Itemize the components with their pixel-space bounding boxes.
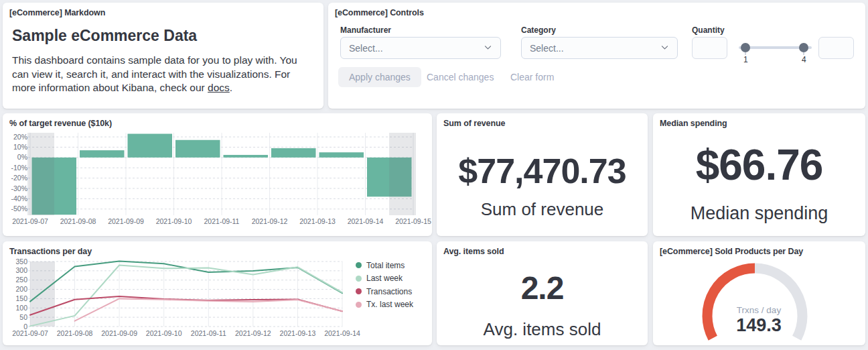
legend-dot [356,262,362,268]
dashboard: [eCommerce] Markdown Sample eCommerce Da… [0,0,868,350]
panel-title: Sum of revenue [443,119,505,128]
svg-text:2021-09-09: 2021-09-09 [108,217,144,225]
svg-text:10%: 10% [13,143,27,151]
panel-target-revenue: % of target revenue ($10k) 20%10%0%-10%-… [3,113,432,236]
chart-legend: Total itemsLast weekTransactionsTx. last… [356,259,413,311]
svg-text:300: 300 [15,266,27,274]
quantity-label: Quantity [692,25,725,35]
slider-handle-max[interactable] [799,43,808,52]
svg-text:-20%: -20% [11,174,27,182]
apply-changes-button[interactable]: Apply changes [338,67,421,87]
docs-link[interactable]: docs [208,82,230,93]
svg-text:2021-09-14: 2021-09-14 [324,329,360,337]
slider-handle-min[interactable] [741,43,750,52]
panel-title: [eCommerce] Markdown [9,8,105,17]
svg-text:2021-09-14: 2021-09-14 [348,217,384,225]
markdown-body: This dashboard contains sample data for … [12,54,309,95]
svg-text:250: 250 [15,276,27,284]
legend-dot [356,276,362,282]
slider-max-label: 4 [802,55,806,64]
target-revenue-bar-chart[interactable]: 20%10%0%-10%-20%-30%-40%-50%2021-09-0720… [3,128,432,236]
median-spending-value: $66.76 [653,140,865,190]
panel-avg-items-sold: Avg. items sold 2.2 Avg. items sold [437,241,648,345]
svg-text:-50%: -50% [11,205,27,213]
svg-text:2021-09-11: 2021-09-11 [191,329,226,337]
gauge-metric-label: Trxns / day [692,305,826,315]
svg-text:200: 200 [15,285,27,293]
svg-text:150: 150 [15,294,27,302]
svg-text:2021-09-07: 2021-09-07 [12,329,48,337]
quantity-max-input[interactable] [818,37,854,59]
manufacturer-placeholder: Select... [349,43,383,54]
svg-text:2021-09-10: 2021-09-10 [156,217,192,225]
panel-title: [eCommerce] Sold Products per Day [660,247,803,256]
panel-controls: [eCommerce] Controls Manufacturer Select… [328,3,865,109]
avg-items-value: 2.2 [437,270,648,306]
chevron-down-icon [484,42,492,54]
svg-text:2021-09-12: 2021-09-12 [252,217,288,225]
svg-text:0%: 0% [17,153,27,161]
svg-text:2021-09-13: 2021-09-13 [280,329,316,337]
sum-revenue-label: Sum of revenue [437,199,648,220]
svg-text:2021-09-08: 2021-09-08 [57,329,93,337]
markdown-heading: Sample eCommerce Data [12,27,197,45]
quantity-range-slider: 1 4 [739,37,812,59]
legend-label: Transactions [366,287,412,296]
markdown-text: This dashboard contains sample data for … [12,54,297,93]
category-label: Category [521,25,556,35]
svg-text:2021-09-11: 2021-09-11 [204,217,240,225]
sum-revenue-value: $77,470.73 [437,151,648,191]
panel-median-spending: Median spending $66.76 Median spending [653,113,865,236]
panel-title: Median spending [660,119,727,128]
legend-item[interactable]: Last week [356,272,413,286]
markdown-text-suffix: . [230,82,232,93]
svg-text:-40%: -40% [11,194,27,202]
gauge-metric-value: 149.3 [692,315,826,336]
panel-sum-revenue: Sum of revenue $77,470.73 Sum of revenue [437,113,648,236]
legend-item[interactable]: Transactions [356,285,413,298]
clear-form-button[interactable]: Clear form [510,67,554,87]
svg-text:20%: 20% [13,133,27,141]
cancel-changes-button[interactable]: Cancel changes [427,67,494,87]
svg-text:2021-09-15: 2021-09-15 [395,217,431,225]
svg-text:2021-09-13: 2021-09-13 [299,217,336,225]
legend-label: Total items [366,261,405,270]
legend-label: Last week [366,274,403,283]
median-spending-label: Median spending [653,203,865,224]
manufacturer-select[interactable]: Select... [340,37,501,59]
svg-text:2021-09-09: 2021-09-09 [101,329,137,337]
panel-title: [eCommerce] Controls [335,8,424,17]
svg-text:2021-09-07: 2021-09-07 [12,217,48,225]
svg-text:2021-09-12: 2021-09-12 [235,329,271,337]
svg-text:50: 50 [19,313,27,321]
svg-text:350: 350 [15,257,27,266]
svg-text:100: 100 [15,304,27,312]
legend-dot [356,302,362,308]
legend-dot [356,288,362,294]
svg-text:2021-09-08: 2021-09-08 [60,217,96,225]
slider-min-label: 1 [743,55,748,64]
legend-item[interactable]: Tx. last week [356,298,413,312]
quantity-min-input[interactable] [692,37,727,59]
panel-title: Transactions per day [9,247,92,256]
legend-label: Tx. last week [366,300,413,309]
panel-title: Avg. items sold [443,247,504,256]
category-select[interactable]: Select... [521,37,678,59]
svg-text:-10%: -10% [11,164,27,172]
avg-items-label: Avg. items sold [437,319,648,340]
svg-text:2021-09-10: 2021-09-10 [146,329,182,337]
panel-markdown: [eCommerce] Markdown Sample eCommerce Da… [3,3,323,109]
legend-item[interactable]: Total items [356,259,413,272]
category-placeholder: Select... [530,43,564,54]
panel-sold-products-gauge: [eCommerce] Sold Products per Day Trxns … [653,241,865,345]
panel-title: % of target revenue ($10k) [9,119,112,128]
manufacturer-label: Manufacturer [340,25,391,35]
chevron-down-icon [660,42,669,54]
svg-text:-30%: -30% [11,184,27,192]
panel-transactions-per-day: Transactions per day 3503002502001501005… [3,241,432,345]
